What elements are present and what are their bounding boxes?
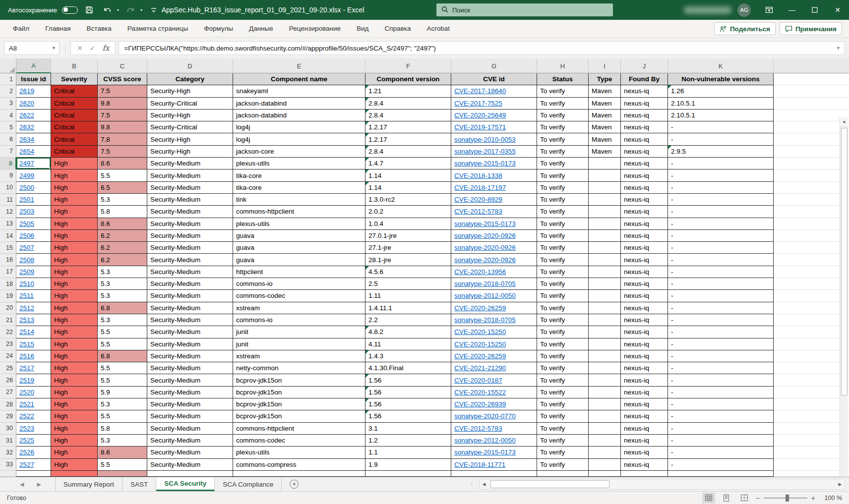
cell-severity[interactable]: High — [51, 206, 98, 218]
cell-category[interactable]: Security-Medium — [147, 206, 233, 218]
cve-link[interactable]: sonatype-2018-0705 — [454, 280, 516, 287]
cell-category[interactable]: Security-Medium — [147, 447, 233, 458]
horizontal-scrollbar[interactable]: ◀ ▶ — [479, 479, 845, 490]
cell-version[interactable]: 4.5.6 — [365, 266, 451, 278]
cell-found-by[interactable]: nexus-iq — [621, 194, 668, 206]
cell-category[interactable]: Security-Medium — [147, 398, 233, 410]
cell-component[interactable]: plexus-utils — [233, 447, 365, 458]
cell-nonvuln[interactable]: - — [668, 374, 774, 386]
cve-link[interactable]: CVE-2012-5783 — [454, 208, 502, 215]
horizontal-scroll-thumb[interactable] — [490, 480, 609, 488]
ribbon-tab-6[interactable]: Рецензирование — [281, 20, 349, 37]
cell-nonvuln[interactable]: - — [668, 169, 774, 181]
row-number[interactable]: 21 — [0, 314, 16, 326]
cell-cve[interactable]: sonatype-2020-0926 — [451, 242, 537, 254]
cell-issue-id[interactable]: 2517 — [16, 362, 51, 374]
cell-version[interactable]: 2.2 — [365, 314, 451, 326]
cell-found-by[interactable]: nexus-iq — [621, 398, 668, 410]
cell-issue-id[interactable]: 2505 — [16, 218, 51, 230]
cell-status[interactable]: To verify — [537, 194, 589, 206]
cell-nonvuln[interactable]: - — [668, 362, 774, 374]
cve-link[interactable]: sonatype-2017-0355 — [454, 148, 516, 155]
cell-severity[interactable]: High — [51, 459, 98, 471]
cell-nonvuln[interactable]: - — [668, 133, 774, 145]
insert-function-icon[interactable]: fx — [102, 44, 109, 53]
cell-type[interactable] — [589, 435, 621, 447]
normal-view-button[interactable] — [702, 493, 715, 504]
cell-component[interactable]: netty-common — [233, 362, 365, 374]
cell-component[interactable]: junit — [233, 326, 365, 338]
cell-version[interactable]: 1.4.3 — [365, 350, 451, 362]
empty-grid-area[interactable] — [774, 398, 849, 410]
cell-status[interactable]: To verify — [537, 423, 589, 435]
cve-link[interactable]: sonatype-2020-0926 — [454, 244, 516, 251]
empty-grid-area[interactable] — [774, 338, 849, 350]
row-number[interactable]: 3 — [0, 98, 16, 110]
cell-category[interactable]: Security-Medium — [147, 362, 233, 374]
cell-cvss[interactable]: 5.8 — [98, 423, 147, 435]
comments-button[interactable]: Примечания — [780, 22, 842, 35]
cell-version[interactable]: 1.14 — [365, 169, 451, 181]
sheet-tab-sast[interactable]: SAST — [122, 477, 156, 491]
cell-cve[interactable]: CVE-2020-8929 — [451, 194, 537, 206]
cell-found-by[interactable]: nexus-iq — [621, 326, 668, 338]
cell-component[interactable]: bcprov-jdk15on — [233, 398, 365, 410]
cell-found-by[interactable]: nexus-iq — [621, 158, 668, 169]
cell-cvss[interactable]: 9.8 — [98, 121, 147, 133]
cell-category[interactable]: Security-Medium — [147, 326, 233, 338]
cell-category[interactable]: Security-Medium — [147, 169, 233, 181]
cell-category[interactable]: Security-Medium — [147, 338, 233, 350]
issue-id-link[interactable]: 2503 — [19, 208, 34, 215]
close-button[interactable]: ✕ — [826, 0, 849, 20]
cell-component[interactable]: commons-io — [233, 278, 365, 290]
cve-link[interactable]: sonatype-2010-0053 — [454, 136, 516, 143]
cell-component[interactable]: bcprov-jdk15on — [233, 387, 365, 398]
cell-issue-id[interactable]: 2513 — [16, 314, 51, 326]
search-input[interactable]: Поиск — [436, 3, 613, 16]
cell-version[interactable]: 2.8.4 — [365, 146, 451, 158]
cell-status[interactable]: To verify — [537, 447, 589, 458]
row-number[interactable] — [0, 471, 16, 477]
cell-severity[interactable]: Critical — [51, 110, 98, 121]
cell-version[interactable]: 1.4.11.1 — [365, 302, 451, 314]
cell-cvss[interactable]: 7.8 — [98, 133, 147, 145]
cell-issue-id[interactable]: 2515 — [16, 338, 51, 350]
cve-link[interactable]: CVE-2020-26939 — [454, 400, 506, 408]
ribbon-tab-2[interactable]: Вставка — [79, 20, 120, 37]
cve-link[interactable]: sonatype-2015-0173 — [454, 220, 516, 227]
cell-category[interactable]: Security-Medium — [147, 266, 233, 278]
row-number[interactable]: 8 — [0, 158, 16, 169]
column-header-D[interactable]: D — [147, 58, 233, 73]
cell-found-by[interactable]: nexus-iq — [621, 110, 668, 121]
share-button[interactable]: Поделиться — [714, 22, 776, 35]
cell-severity[interactable]: High — [51, 169, 98, 181]
row-number[interactable]: 32 — [0, 447, 16, 458]
cell-component[interactable]: jackson-databind — [233, 110, 365, 121]
zoom-in-button[interactable]: + — [811, 494, 815, 502]
empty-grid-area[interactable] — [774, 423, 849, 435]
cell-category[interactable]: Security-Medium — [147, 230, 233, 242]
cell-component[interactable]: tika-core — [233, 169, 365, 181]
cell-found-by[interactable]: nexus-iq — [621, 423, 668, 435]
column-header-E[interactable]: E — [233, 58, 365, 73]
cell-cvss[interactable]: 5.5 — [98, 459, 147, 471]
cell-nonvuln[interactable]: 2.9.5 — [668, 146, 774, 158]
cell-found-by[interactable]: nexus-iq — [621, 98, 668, 110]
cve-link[interactable]: sonatype-2012-0050 — [454, 292, 516, 299]
cell-issue-id[interactable]: 2521 — [16, 398, 51, 410]
sheet-nav-left-icon[interactable]: ◀ — [20, 481, 24, 488]
cell-severity[interactable]: High — [51, 266, 98, 278]
empty-grid-area[interactable] — [774, 146, 849, 158]
cell-found-by[interactable]: nexus-iq — [621, 350, 668, 362]
issue-id-link[interactable]: 2526 — [19, 448, 34, 456]
cell-type[interactable] — [589, 290, 621, 302]
cell-cve[interactable]: CVE-2012-5783 — [451, 423, 537, 435]
cell-nonvuln[interactable]: - — [668, 254, 774, 266]
cell-version[interactable]: 1.2 — [365, 435, 451, 447]
cve-link[interactable]: CVE-2017-18640 — [454, 87, 506, 95]
row-number[interactable]: 7 — [0, 146, 16, 158]
row-number[interactable]: 11 — [0, 194, 16, 206]
cell-type[interactable] — [589, 169, 621, 181]
cell-cve[interactable]: CVE id — [451, 73, 537, 85]
row-number[interactable]: 20 — [0, 302, 16, 314]
